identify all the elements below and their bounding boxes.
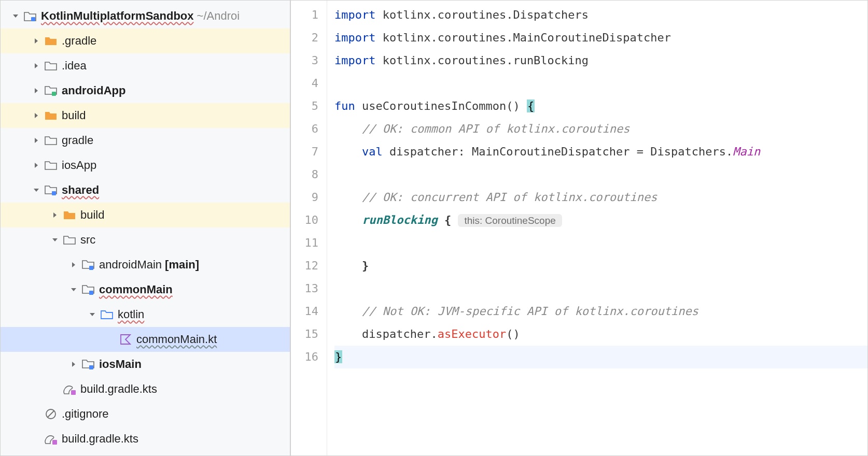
code-line[interactable]: dispatcher.asExecutor() xyxy=(334,323,867,346)
tree-item-iosmain[interactable]: iosMain xyxy=(1,352,290,377)
tree-label: iosMain xyxy=(99,358,142,371)
folder-icon xyxy=(63,233,76,247)
tree-label: build.gradle.kts xyxy=(62,432,138,446)
chevron-right-icon[interactable] xyxy=(32,162,41,169)
code-line[interactable] xyxy=(334,277,867,300)
code-line[interactable]: import kotlinx.coroutines.Dispatchers xyxy=(334,4,867,26)
folder-icon xyxy=(44,159,58,172)
tree-item-buildgradle-shared[interactable]: build.gradle.kts xyxy=(1,377,290,402)
svg-rect-1 xyxy=(52,92,56,96)
chevron-down-icon[interactable] xyxy=(32,187,41,194)
folder-excluded-icon xyxy=(63,208,76,222)
chevron-down-icon[interactable] xyxy=(88,311,97,318)
code-editor[interactable]: 1 2 3 4 5 6 7 8 9 10 11 12 13 14 15 16 i… xyxy=(291,1,867,455)
code-line[interactable] xyxy=(334,163,867,186)
tree-item-gradle-hidden[interactable]: .gradle xyxy=(1,28,290,53)
code-line[interactable]: import kotlinx.coroutines.MainCoroutineD… xyxy=(334,26,867,49)
code-line-current[interactable]: } xyxy=(334,346,867,368)
tree-item-idea[interactable]: .idea xyxy=(1,53,290,78)
svg-rect-6 xyxy=(71,390,76,395)
line-number: 11 xyxy=(291,232,318,254)
chevron-right-icon[interactable] xyxy=(32,37,41,45)
line-number: 3 xyxy=(291,49,318,72)
module-folder-icon xyxy=(81,358,95,371)
line-number: 1 xyxy=(291,4,318,26)
tree-label: commonMain xyxy=(99,283,173,296)
svg-rect-3 xyxy=(89,266,93,270)
line-number: 2 xyxy=(291,26,318,49)
tree-item-kotlin[interactable]: kotlin xyxy=(1,302,290,327)
code-line[interactable]: } xyxy=(334,254,867,277)
tree-label: src xyxy=(80,233,95,247)
chevron-right-icon[interactable] xyxy=(32,62,41,69)
tree-item-commonmain[interactable]: commonMain xyxy=(1,277,290,302)
code-line[interactable]: val dispatcher: MainCoroutineDispatcher … xyxy=(334,140,867,163)
line-number: 16 xyxy=(291,346,318,368)
module-folder-icon xyxy=(81,258,95,272)
tree-item-androidapp[interactable]: androidApp xyxy=(1,78,290,103)
chevron-right-icon[interactable] xyxy=(32,112,41,119)
line-number: 4 xyxy=(291,72,318,95)
root-name: KotlinMultiplatformSandbox xyxy=(41,9,194,23)
gradle-kts-icon xyxy=(63,382,76,396)
line-number: 5 xyxy=(291,95,318,118)
svg-line-8 xyxy=(48,411,54,417)
tree-label: .gitignore xyxy=(62,407,109,421)
tree-item-gitignore[interactable]: .gitignore xyxy=(1,402,290,426)
tree-item-shared[interactable]: shared xyxy=(1,178,290,203)
line-number: 14 xyxy=(291,300,318,323)
tree-item-buildgradle-root[interactable]: build.gradle.kts xyxy=(1,426,290,451)
code-line[interactable] xyxy=(334,72,867,95)
chevron-down-icon[interactable] xyxy=(11,12,20,20)
tree-label: .gradle xyxy=(62,34,96,48)
tree-item-gradle[interactable]: gradle xyxy=(1,128,290,153)
code-line[interactable]: // Not OK: JVM-specific API of kotlinx.c… xyxy=(334,300,867,323)
gradle-kts-icon xyxy=(44,432,58,446)
inlay-hint: this: CoroutineScope xyxy=(458,214,562,227)
code-line[interactable]: fun useCoroutinesInCommon() { xyxy=(334,95,867,118)
chevron-right-icon[interactable] xyxy=(50,211,60,219)
folder-icon xyxy=(44,59,58,73)
tree-item-build[interactable]: build xyxy=(1,103,290,128)
line-number: 6 xyxy=(291,118,318,140)
code-line[interactable] xyxy=(334,232,867,254)
tree-label-suffix: [main] xyxy=(165,258,199,272)
svg-rect-9 xyxy=(52,440,57,445)
line-number: 8 xyxy=(291,163,318,186)
root-path: ~/Androi xyxy=(197,9,240,23)
chevron-down-icon[interactable] xyxy=(69,286,78,293)
project-tree-panel: KotlinMultiplatformSandbox ~/Androi .gra… xyxy=(1,1,291,455)
tree-item-shared-build[interactable]: build xyxy=(1,203,290,227)
line-number: 13 xyxy=(291,277,318,300)
tree-label: commonMain.kt xyxy=(136,333,217,346)
svg-rect-4 xyxy=(89,291,93,295)
line-number: 15 xyxy=(291,323,318,346)
tree-label: build xyxy=(80,208,104,222)
chevron-right-icon[interactable] xyxy=(69,361,78,368)
svg-rect-2 xyxy=(52,191,56,195)
code-area[interactable]: import kotlinx.coroutines.Dispatchers im… xyxy=(327,1,867,455)
code-line[interactable]: import kotlinx.coroutines.runBlocking xyxy=(334,49,867,72)
tree-label: iosApp xyxy=(62,159,96,172)
project-tree[interactable]: KotlinMultiplatformSandbox ~/Androi .gra… xyxy=(1,1,290,454)
tree-label: .idea xyxy=(62,59,87,73)
tree-root[interactable]: KotlinMultiplatformSandbox ~/Androi xyxy=(1,4,290,28)
tree-label: shared xyxy=(62,183,99,197)
line-gutter: 1 2 3 4 5 6 7 8 9 10 11 12 13 14 15 16 xyxy=(291,1,327,455)
tree-item-commonmain-kt[interactable]: commonMain.kt xyxy=(1,327,290,352)
chevron-right-icon[interactable] xyxy=(32,87,41,94)
chevron-right-icon[interactable] xyxy=(69,261,78,268)
matched-brace: { xyxy=(527,99,535,112)
code-line[interactable]: runBlocking { this: CoroutineScope xyxy=(334,209,867,232)
code-line[interactable]: // OK: common API of kotlinx.coroutines xyxy=(334,118,867,140)
line-number: 7 xyxy=(291,140,318,163)
chevron-down-icon[interactable] xyxy=(50,236,60,244)
tree-item-androidmain[interactable]: androidMain [main] xyxy=(1,252,290,277)
tree-item-src[interactable]: src xyxy=(1,227,290,252)
module-folder-icon xyxy=(23,9,37,23)
tree-item-iosapp[interactable]: iosApp xyxy=(1,153,290,178)
code-line[interactable]: // OK: concurrent API of kotlinx.corouti… xyxy=(334,186,867,209)
module-folder-icon xyxy=(81,283,95,296)
chevron-right-icon[interactable] xyxy=(32,137,41,144)
line-number: 12 xyxy=(291,254,318,277)
